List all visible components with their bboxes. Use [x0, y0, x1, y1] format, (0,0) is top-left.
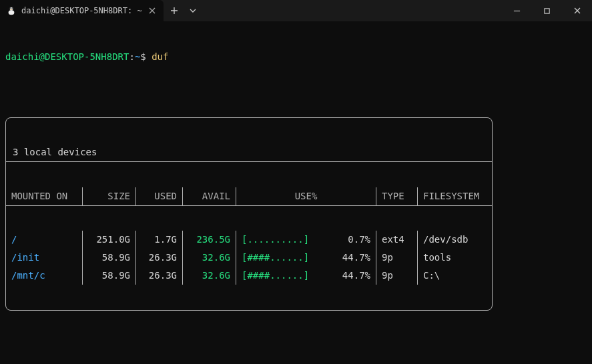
table-cell: /init: [6, 249, 83, 267]
table-cell: /: [6, 231, 83, 249]
table-cell: /dev/sdb: [418, 231, 490, 249]
table-cell: 32.6G: [183, 267, 236, 285]
svg-point-4: [11, 8, 12, 9]
prompt-user-host: daichi@DESKTOP-5NH8DRT: [5, 51, 129, 63]
svg-point-2: [10, 7, 13, 11]
new-tab-button[interactable]: [164, 7, 185, 15]
table-cell: 32.6G: [183, 249, 236, 267]
local-devices-title: 3 local devices: [6, 143, 492, 162]
col-header: TYPE: [376, 187, 418, 205]
local-devices-box: 3 local devices MOUNTED ON SIZE USED AVA…: [5, 117, 493, 311]
minimize-button[interactable]: [502, 0, 532, 21]
col-header: USED: [136, 187, 183, 205]
col-header: USE%: [236, 187, 376, 205]
col-header: SIZE: [83, 187, 136, 205]
table-cell: tools: [418, 249, 490, 267]
table-cell: C:\: [418, 267, 490, 285]
svg-point-3: [10, 8, 11, 9]
tab-dropdown-button[interactable]: [185, 7, 201, 15]
table-cell: 26.3G: [136, 249, 183, 267]
tux-icon: [7, 6, 16, 15]
table-cell: ext4: [376, 231, 418, 249]
table-cell: 26.3G: [136, 267, 183, 285]
table-cell: 9p: [376, 249, 418, 267]
table-cell: 1.7G: [136, 231, 183, 249]
command-text: duf: [152, 51, 168, 63]
col-header: MOUNTED ON: [6, 187, 83, 205]
titlebar: daichi@DESKTOP-5NH8DRT: ~: [0, 0, 592, 21]
table-cell: 58.9G: [83, 267, 136, 285]
col-header: AVAIL: [183, 187, 236, 205]
table-cell: 251.0G: [83, 231, 136, 249]
table-cell: [####......]44.7%: [236, 249, 376, 267]
tab-title: daichi@DESKTOP-5NH8DRT: ~: [21, 6, 142, 15]
close-tab-icon[interactable]: [147, 6, 157, 15]
table-cell: [####......]44.7%: [236, 267, 376, 285]
close-window-button[interactable]: [562, 0, 592, 21]
col-header: FILESYSTEM: [418, 187, 490, 205]
svg-point-1: [9, 10, 15, 15]
svg-rect-5: [545, 8, 549, 13]
table-cell: 9p: [376, 267, 418, 285]
terminal-output[interactable]: daichi@DESKTOP-5NH8DRT:~$ duf 3 local de…: [0, 21, 592, 364]
prompt-line-1: daichi@DESKTOP-5NH8DRT:~$ duf: [5, 51, 587, 63]
maximize-button[interactable]: [532, 0, 562, 21]
prompt-path: ~: [135, 51, 140, 63]
table-cell: 58.9G: [83, 249, 136, 267]
local-devices-body: /251.0G1.7G236.5G[..........]0.7%ext4/de…: [6, 231, 492, 285]
table-cell: 236.5G: [183, 231, 236, 249]
local-devices-header: MOUNTED ON SIZE USED AVAIL USE% TYPE FIL…: [6, 187, 492, 206]
table-cell: /mnt/c: [6, 267, 83, 285]
table-cell: [..........]0.7%: [236, 231, 376, 249]
terminal-tab[interactable]: daichi@DESKTOP-5NH8DRT: ~: [0, 0, 164, 21]
prompt-dollar: $: [140, 51, 145, 63]
prompt-colon: :: [129, 51, 134, 63]
